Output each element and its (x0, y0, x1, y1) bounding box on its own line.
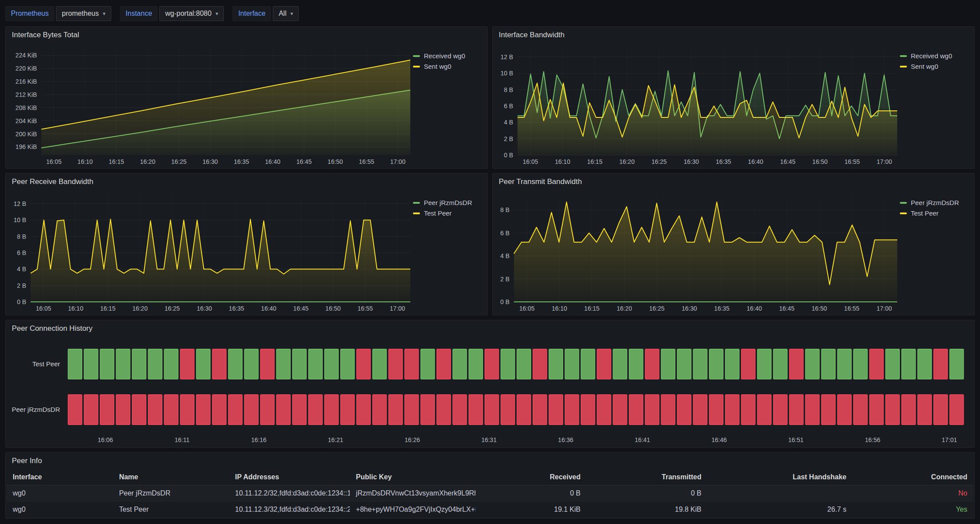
table-cell-name: Test Peer (113, 502, 229, 518)
legend-item[interactable]: Test Peer (413, 209, 483, 217)
column-header-received[interactable]: Received (476, 469, 587, 485)
legend-item[interactable]: Received wg0 (900, 52, 970, 60)
table-cell-transmitted: 19.8 KiB (587, 502, 708, 518)
legend-item[interactable]: Peer jRzmDsDR (413, 199, 483, 206)
var-group-instance: Instance wg-portal:8080 ▾ (120, 6, 224, 21)
legend-item[interactable]: Sent wg0 (900, 63, 970, 70)
svg-text:16:15: 16:15 (100, 305, 116, 312)
svg-text:16:55: 16:55 (844, 305, 860, 312)
svg-text:16:20: 16:20 (617, 305, 632, 312)
svg-text:16:20: 16:20 (132, 305, 148, 312)
svg-text:16:30: 16:30 (197, 305, 212, 312)
svg-text:8 B: 8 B (504, 86, 513, 93)
column-header-ip-addresses[interactable]: IP Addresses (229, 469, 350, 485)
svg-text:16:45: 16:45 (296, 158, 312, 165)
table-cell-interface: wg0 (7, 502, 113, 518)
panel-title-peer-connection-history[interactable]: Peer Connection History (6, 320, 974, 337)
svg-text:17:00: 17:00 (877, 305, 892, 312)
peer-transmit-bandwidth-chart[interactable]: 8 B6 B4 B2 B0 B16:0516:1016:1516:2016:25… (496, 190, 900, 313)
svg-text:16:55: 16:55 (358, 305, 373, 312)
legend-series-swatch-icon (900, 55, 907, 57)
table-cell-received: 19.1 KiB (476, 502, 587, 518)
svg-text:16:50: 16:50 (812, 158, 828, 165)
table-cell-ip-addresses: 10.11.12.2/32,fdfd:d3ad:c0de:1234::1/128 (229, 485, 350, 502)
panel-title-peer-transmit-bandwidth[interactable]: Peer Transmit Bandwidth (493, 173, 974, 190)
column-header-public-key[interactable]: Public Key (350, 469, 476, 485)
var-label-instance: Instance (120, 6, 158, 21)
svg-text:16:40: 16:40 (747, 305, 762, 312)
svg-text:16:50: 16:50 (328, 158, 343, 165)
column-header-transmitted[interactable]: Transmitted (587, 469, 708, 485)
var-select-interface[interactable]: All ▾ (273, 6, 299, 21)
panel-peer-info: Peer Info InterfaceNameIP AddressesPubli… (5, 452, 975, 519)
legend-item[interactable]: Peer jRzmDsDR (900, 199, 970, 206)
peer-receive-bandwidth-chart[interactable]: 12 B10 B8 B6 B4 B2 B0 B16:0516:1016:1516… (9, 190, 413, 313)
panel-title-interface-bytes-total[interactable]: Interface Bytes Total (6, 27, 487, 43)
svg-text:16:35: 16:35 (716, 158, 731, 165)
svg-text:10 B: 10 B (14, 216, 26, 223)
chevron-down-icon: ▾ (215, 11, 218, 16)
legend-series-label: Sent wg0 (911, 63, 938, 70)
column-header-name[interactable]: Name (113, 469, 229, 485)
legend-series-swatch-icon (900, 212, 907, 214)
var-select-prometheus[interactable]: prometheus ▾ (56, 6, 111, 21)
panel-title-peer-receive-bandwidth[interactable]: Peer Receive Bandwidth (6, 173, 487, 190)
svg-text:16:21: 16:21 (328, 436, 343, 443)
column-header-interface[interactable]: Interface (7, 469, 113, 485)
svg-text:16:40: 16:40 (261, 305, 276, 312)
svg-text:16:25: 16:25 (649, 305, 664, 312)
interface-bytes-total-chart[interactable]: 224 KiB220 KiB216 KiB212 KiB208 KiB204 K… (9, 43, 413, 166)
dashboard-variables-bar: Prometheus prometheus ▾ Instance wg-port… (5, 5, 975, 22)
panel-title-interface-bandwidth[interactable]: Interface Bandwidth (493, 27, 974, 43)
interface-bandwidth-chart[interactable]: 12 B10 B8 B6 B4 B2 B0 B16:0516:1016:1516… (496, 43, 900, 166)
legend-series-label: Peer jRzmDsDR (424, 199, 472, 206)
var-label-interface: Interface (233, 6, 271, 21)
svg-text:16:15: 16:15 (109, 158, 124, 165)
var-select-instance[interactable]: wg-portal:8080 ▾ (159, 6, 224, 21)
svg-text:2 B: 2 B (504, 135, 513, 142)
svg-text:16:25: 16:25 (652, 158, 667, 165)
legend-series-swatch-icon (413, 66, 420, 67)
legend-series-label: Sent wg0 (424, 63, 451, 70)
svg-text:224 KiB: 224 KiB (15, 52, 37, 59)
peer-connection-history-timeline[interactable]: Test PeerPeer jRzmDsDR16:0616:1116:1616:… (9, 337, 970, 446)
svg-text:16:16: 16:16 (251, 436, 267, 443)
svg-text:196 KiB: 196 KiB (15, 143, 37, 150)
table-cell-received: 0 B (476, 485, 587, 502)
legend-series-label: Received wg0 (911, 52, 952, 60)
svg-text:4 B: 4 B (17, 266, 26, 273)
legend-series-label: Received wg0 (424, 52, 465, 60)
table-cell-transmitted: 0 B (587, 485, 708, 502)
svg-text:17:00: 17:00 (390, 305, 405, 312)
svg-text:8 B: 8 B (501, 206, 510, 213)
svg-text:6 B: 6 B (501, 230, 510, 237)
svg-text:16:30: 16:30 (684, 158, 699, 165)
svg-text:16:51: 16:51 (788, 436, 804, 443)
svg-text:16:56: 16:56 (865, 436, 880, 443)
table-cell-public-key: jRzmDsDRVnwCt13vsyamXherk9L9RhR (350, 485, 476, 502)
svg-text:12 B: 12 B (501, 53, 513, 60)
legend-series-swatch-icon (900, 202, 907, 204)
var-label-prometheus: Prometheus (5, 6, 54, 21)
legend-item[interactable]: Sent wg0 (413, 63, 483, 70)
legend-item[interactable]: Received wg0 (413, 52, 483, 60)
svg-text:16:40: 16:40 (265, 158, 280, 165)
table-row-panel: Peer Info InterfaceNameIP AddressesPubli… (5, 452, 975, 519)
svg-text:16:40: 16:40 (748, 158, 763, 165)
svg-text:208 KiB: 208 KiB (15, 104, 37, 111)
svg-text:16:50: 16:50 (811, 305, 827, 312)
svg-text:16:10: 16:10 (555, 158, 570, 165)
var-select-interface-value: All (278, 10, 286, 18)
chevron-down-icon: ▾ (103, 11, 106, 16)
column-header-last-handshake[interactable]: Last Handshake (708, 469, 853, 485)
table-cell-name: Peer jRzmDsDR (113, 485, 229, 502)
charts-row-1: Interface Bytes Total 224 KiB220 KiB216 … (5, 26, 975, 169)
svg-text:16:41: 16:41 (635, 436, 650, 443)
svg-text:6 B: 6 B (17, 249, 26, 256)
panel-title-peer-info[interactable]: Peer Info (6, 453, 974, 469)
column-header-connected[interactable]: Connected (853, 469, 973, 485)
svg-text:16:20: 16:20 (140, 158, 155, 165)
legend-item[interactable]: Test Peer (900, 209, 970, 217)
table-cell-ip-addresses: 10.11.12.3/32,fdfd:d3ad:c0de:1234::2/128 (229, 502, 350, 518)
peer-info-table-wrap: InterfaceNameIP AddressesPublic KeyRecei… (6, 469, 974, 518)
